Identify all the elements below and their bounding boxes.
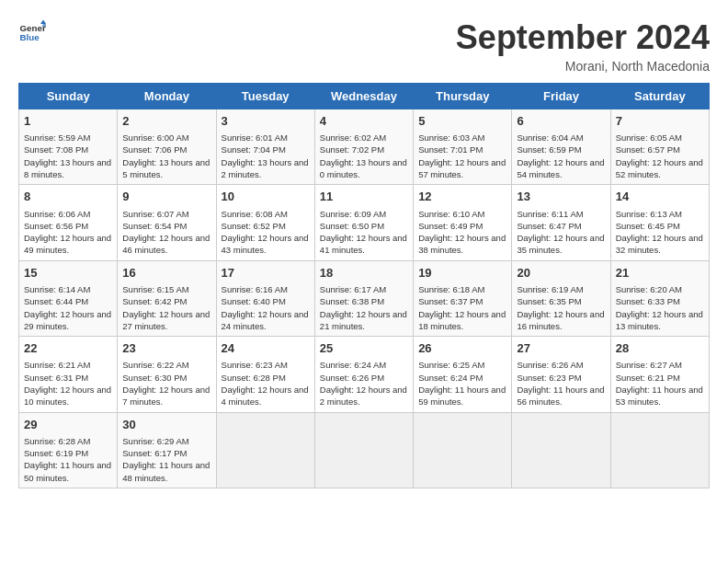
calendar-cell: 17Sunrise: 6:16 AM Sunset: 6:40 PM Dayli… xyxy=(216,260,314,336)
calendar-cell: 15Sunrise: 6:14 AM Sunset: 6:44 PM Dayli… xyxy=(19,260,118,336)
calendar-cell: 13Sunrise: 6:11 AM Sunset: 6:47 PM Dayli… xyxy=(512,185,610,260)
day-info: Sunrise: 6:07 AM Sunset: 6:54 PM Dayligh… xyxy=(122,208,210,257)
day-header-wednesday: Wednesday xyxy=(314,84,413,109)
day-info: Sunrise: 6:17 AM Sunset: 6:38 PM Dayligh… xyxy=(320,283,408,332)
day-info: Sunrise: 6:03 AM Sunset: 7:01 PM Dayligh… xyxy=(418,132,506,180)
calendar-cell xyxy=(512,412,610,488)
day-number: 26 xyxy=(418,340,506,357)
calendar-cell: 21Sunrise: 6:20 AM Sunset: 6:33 PM Dayli… xyxy=(610,260,709,336)
calendar-body: 1Sunrise: 5:59 AM Sunset: 7:08 PM Daylig… xyxy=(19,109,710,488)
day-info: Sunrise: 6:16 AM Sunset: 6:40 PM Dayligh… xyxy=(222,283,310,332)
day-number: 9 xyxy=(122,189,210,205)
day-info: Sunrise: 6:00 AM Sunset: 7:06 PM Dayligh… xyxy=(122,132,210,180)
day-number: 10 xyxy=(222,189,310,205)
day-number: 8 xyxy=(24,189,112,205)
day-info: Sunrise: 6:28 AM Sunset: 6:19 PM Dayligh… xyxy=(24,435,112,484)
week-row-2: 15Sunrise: 6:14 AM Sunset: 6:44 PM Dayli… xyxy=(19,260,710,336)
days-of-week-row: SundayMondayTuesdayWednesdayThursdayFrid… xyxy=(19,84,710,109)
calendar-cell: 2Sunrise: 6:00 AM Sunset: 7:06 PM Daylig… xyxy=(118,109,216,185)
week-row-3: 22Sunrise: 6:21 AM Sunset: 6:31 PM Dayli… xyxy=(19,337,710,412)
day-number: 29 xyxy=(24,417,112,433)
day-info: Sunrise: 6:15 AM Sunset: 6:42 PM Dayligh… xyxy=(122,283,210,332)
calendar-cell: 20Sunrise: 6:19 AM Sunset: 6:35 PM Dayli… xyxy=(512,260,610,336)
calendar-cell: 12Sunrise: 6:10 AM Sunset: 6:49 PM Dayli… xyxy=(414,185,512,260)
calendar-cell: 6Sunrise: 6:04 AM Sunset: 6:59 PM Daylig… xyxy=(512,109,610,185)
day-header-monday: Monday xyxy=(118,84,216,109)
week-row-1: 8Sunrise: 6:06 AM Sunset: 6:56 PM Daylig… xyxy=(19,185,710,260)
day-info: Sunrise: 6:10 AM Sunset: 6:49 PM Dayligh… xyxy=(418,208,506,257)
day-number: 14 xyxy=(616,189,704,205)
calendar-cell: 9Sunrise: 6:07 AM Sunset: 6:54 PM Daylig… xyxy=(118,185,216,260)
day-number: 24 xyxy=(222,340,310,357)
day-info: Sunrise: 6:02 AM Sunset: 7:02 PM Dayligh… xyxy=(320,132,408,180)
day-number: 23 xyxy=(122,340,210,357)
day-header-tuesday: Tuesday xyxy=(216,84,314,109)
day-number: 13 xyxy=(517,189,605,205)
day-number: 3 xyxy=(222,113,310,130)
calendar-cell: 16Sunrise: 6:15 AM Sunset: 6:42 PM Dayli… xyxy=(118,260,216,336)
day-info: Sunrise: 6:24 AM Sunset: 6:26 PM Dayligh… xyxy=(320,359,408,408)
page-header: General Blue September 2024 Morani, Nort… xyxy=(18,18,710,74)
calendar-cell xyxy=(610,412,709,488)
day-number: 1 xyxy=(24,113,112,130)
calendar-cell: 23Sunrise: 6:22 AM Sunset: 6:30 PM Dayli… xyxy=(118,337,216,412)
calendar-cell: 18Sunrise: 6:17 AM Sunset: 6:38 PM Dayli… xyxy=(314,260,413,336)
calendar-cell: 8Sunrise: 6:06 AM Sunset: 6:56 PM Daylig… xyxy=(19,185,118,260)
day-number: 30 xyxy=(122,417,210,433)
day-number: 20 xyxy=(517,265,605,282)
calendar-cell: 1Sunrise: 5:59 AM Sunset: 7:08 PM Daylig… xyxy=(19,109,118,185)
location-subtitle: Morani, North Macedonia xyxy=(456,59,710,74)
day-info: Sunrise: 6:21 AM Sunset: 6:31 PM Dayligh… xyxy=(24,359,112,408)
day-header-sunday: Sunday xyxy=(19,84,118,109)
day-number: 7 xyxy=(616,113,704,130)
day-info: Sunrise: 6:04 AM Sunset: 6:59 PM Dayligh… xyxy=(517,132,605,180)
calendar-cell: 14Sunrise: 6:13 AM Sunset: 6:45 PM Dayli… xyxy=(610,185,709,260)
day-info: Sunrise: 6:01 AM Sunset: 7:04 PM Dayligh… xyxy=(222,132,310,180)
calendar-cell: 4Sunrise: 6:02 AM Sunset: 7:02 PM Daylig… xyxy=(314,109,413,185)
title-area: September 2024 Morani, North Macedonia xyxy=(456,18,710,74)
day-number: 19 xyxy=(418,265,506,282)
calendar-cell: 27Sunrise: 6:26 AM Sunset: 6:23 PM Dayli… xyxy=(512,337,610,412)
svg-text:General: General xyxy=(20,23,47,33)
day-header-saturday: Saturday xyxy=(610,84,709,109)
day-number: 4 xyxy=(320,113,408,130)
day-info: Sunrise: 6:29 AM Sunset: 6:17 PM Dayligh… xyxy=(122,435,210,484)
day-info: Sunrise: 6:23 AM Sunset: 6:28 PM Dayligh… xyxy=(222,359,310,408)
calendar-cell: 30Sunrise: 6:29 AM Sunset: 6:17 PM Dayli… xyxy=(118,412,216,488)
calendar-cell: 3Sunrise: 6:01 AM Sunset: 7:04 PM Daylig… xyxy=(216,109,314,185)
day-header-friday: Friday xyxy=(512,84,610,109)
day-number: 15 xyxy=(24,265,112,282)
day-number: 25 xyxy=(320,340,408,357)
day-number: 2 xyxy=(122,113,210,130)
day-info: Sunrise: 6:20 AM Sunset: 6:33 PM Dayligh… xyxy=(616,283,704,332)
day-number: 16 xyxy=(122,265,210,282)
calendar-cell xyxy=(314,412,413,488)
calendar-cell: 19Sunrise: 6:18 AM Sunset: 6:37 PM Dayli… xyxy=(414,260,512,336)
day-number: 27 xyxy=(517,340,605,357)
day-info: Sunrise: 5:59 AM Sunset: 7:08 PM Dayligh… xyxy=(24,132,112,180)
calendar-cell xyxy=(414,412,512,488)
day-number: 6 xyxy=(517,113,605,130)
calendar-cell xyxy=(216,412,314,488)
day-info: Sunrise: 6:14 AM Sunset: 6:44 PM Dayligh… xyxy=(24,283,112,332)
day-info: Sunrise: 6:09 AM Sunset: 6:50 PM Dayligh… xyxy=(320,208,408,257)
calendar-cell: 26Sunrise: 6:25 AM Sunset: 6:24 PM Dayli… xyxy=(414,337,512,412)
week-row-4: 29Sunrise: 6:28 AM Sunset: 6:19 PM Dayli… xyxy=(19,412,710,488)
day-number: 17 xyxy=(222,265,310,282)
month-title: September 2024 xyxy=(456,18,710,57)
day-info: Sunrise: 6:27 AM Sunset: 6:21 PM Dayligh… xyxy=(616,359,704,408)
logo-icon: General Blue xyxy=(18,18,46,46)
svg-text:Blue: Blue xyxy=(20,32,40,42)
day-info: Sunrise: 6:22 AM Sunset: 6:30 PM Dayligh… xyxy=(122,359,210,408)
day-info: Sunrise: 6:11 AM Sunset: 6:47 PM Dayligh… xyxy=(517,208,605,257)
calendar-header: SundayMondayTuesdayWednesdayThursdayFrid… xyxy=(19,84,710,109)
week-row-0: 1Sunrise: 5:59 AM Sunset: 7:08 PM Daylig… xyxy=(19,109,710,185)
calendar-cell: 7Sunrise: 6:05 AM Sunset: 6:57 PM Daylig… xyxy=(610,109,709,185)
day-info: Sunrise: 6:19 AM Sunset: 6:35 PM Dayligh… xyxy=(517,283,605,332)
day-info: Sunrise: 6:26 AM Sunset: 6:23 PM Dayligh… xyxy=(517,359,605,408)
calendar-cell: 11Sunrise: 6:09 AM Sunset: 6:50 PM Dayli… xyxy=(314,185,413,260)
day-info: Sunrise: 6:18 AM Sunset: 6:37 PM Dayligh… xyxy=(418,283,506,332)
day-number: 5 xyxy=(418,113,506,130)
day-info: Sunrise: 6:13 AM Sunset: 6:45 PM Dayligh… xyxy=(616,208,704,257)
day-number: 22 xyxy=(24,340,112,357)
